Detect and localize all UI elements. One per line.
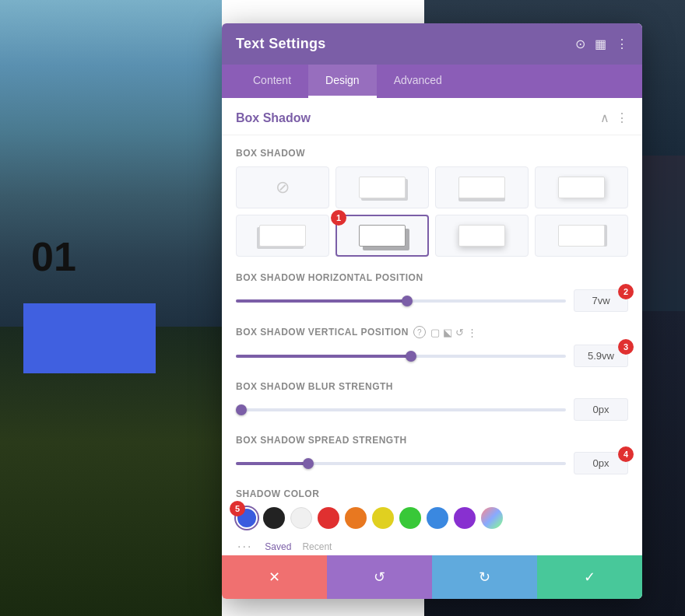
color-swatch-gradient[interactable] [481,507,503,529]
badge-4: 4 [618,446,634,462]
horizontal-slider-thumb[interactable] [402,296,413,306]
redo-icon: ↻ [479,569,490,586]
color-swatch-purple[interactable] [454,507,476,529]
horizontal-position-header: Box Shadow Horizontal Position [236,272,628,283]
undo-icon[interactable]: ↺ [455,327,464,338]
vertical-value[interactable]: 5.9vw 3 [574,345,628,367]
confirm-icon: ✓ [584,569,595,586]
color-swatches: 5 [236,507,628,529]
vertical-position-row: 5.9vw 3 [236,345,628,367]
spread-slider-track[interactable] [236,462,566,465]
shadow-color-section: Shadow Color 5 [236,488,628,552]
horizontal-position-label: Box Shadow Horizontal Position [236,272,423,283]
badge-2: 2 [618,284,634,299]
modal-header-icons: ⊙ ▦ ⋮ [575,37,628,51]
blur-value[interactable]: 0px [574,398,628,421]
more-icon[interactable]: ⋮ [616,37,628,51]
recent-tab[interactable]: Recent [302,541,332,552]
blue-square-decoration [23,303,156,373]
vertical-position-label: Box Shadow Vertical Position [236,327,409,338]
collapse-icon[interactable]: ∧ [600,110,609,125]
tab-design[interactable]: Design [308,65,377,98]
vertical-slider-thumb[interactable] [406,351,416,362]
shadow-preview [558,177,605,198]
redo-button[interactable]: ↻ [432,555,537,599]
shadow-preview [359,177,406,198]
color-swatch-green[interactable] [399,507,421,529]
shadow-preview [458,177,505,198]
help-icon[interactable]: ? [413,326,426,338]
shadow-preview [259,225,306,247]
blur-slider-thumb[interactable] [236,404,247,415]
undo-button[interactable]: ↺ [327,555,432,599]
modal-content: Box Shadow ⊘ [222,135,642,557]
spread-strength-label: Box Shadow Spread Strength [236,435,407,446]
vertical-slider-track[interactable] [236,355,566,358]
modal-footer: ✕ ↺ ↻ ✓ [222,555,642,599]
section-title: Box Shadow [236,111,311,125]
spread-strength-row: 0px 4 [236,452,628,474]
cancel-button[interactable]: ✕ [222,555,327,599]
cancel-icon: ✕ [269,569,280,586]
horizontal-slider-track[interactable] [236,299,566,303]
shadow-color-label: Shadow Color [236,488,628,499]
section-controls: ∧ ⋮ [600,110,628,125]
modal-title: Text Settings [236,36,326,52]
horizontal-value[interactable]: 7vw 2 [574,289,628,312]
vertical-position-section: Box Shadow Vertical Position ? ▢ ⬕ ↺ ⋮ [236,326,628,367]
color-swatch-yellow[interactable] [372,507,394,529]
color-swatch-red[interactable] [318,507,339,529]
color-swatch-black[interactable] [263,507,285,529]
cursor-icon[interactable]: ⬕ [443,327,452,338]
shadow-option-bl[interactable] [236,215,329,257]
color-swatch-white[interactable] [290,507,312,529]
shadow-option-none[interactable]: ⊘ [236,166,329,208]
vertical-position-icons: ▢ ⬕ ↺ ⋮ [430,327,477,338]
shadow-option-selected[interactable]: 1 [335,215,429,257]
modal-header: Text Settings ⊙ ▦ ⋮ [222,23,642,65]
blur-strength-row: 0px [236,398,628,421]
no-shadow-icon: ⊘ [276,177,290,198]
spread-slider-fill [236,462,308,465]
shadow-option-right[interactable] [335,166,429,208]
section-more-icon[interactable]: ⋮ [616,110,628,125]
modal-body: Box Shadow ∧ ⋮ Box Shadow ⊘ [222,98,642,557]
tab-advanced[interactable]: Advanced [377,65,459,98]
shadow-option-inner[interactable] [435,215,529,257]
spread-value[interactable]: 0px 4 [574,452,628,474]
saved-tab[interactable]: Saved [265,541,291,552]
confirm-button[interactable]: ✓ [537,555,642,599]
shadow-preview [558,225,605,247]
tab-content[interactable]: Content [236,65,308,98]
undo-icon: ↺ [374,569,385,586]
spread-slider-thumb[interactable] [303,458,314,469]
shadow-preview [359,225,406,247]
color-swatch-light-blue[interactable] [427,507,448,529]
blur-strength-label: Box Shadow Blur Strength [236,381,393,392]
shadow-option-full[interactable] [535,215,628,257]
overflow-icon[interactable]: ⋮ [467,327,477,338]
fullscreen-icon[interactable]: ⊙ [575,37,585,51]
blur-slider-track[interactable] [236,408,566,411]
blur-strength-header: Box Shadow Blur Strength [236,381,628,392]
spread-strength-header: Box Shadow Spread Strength [236,435,628,446]
spread-strength-section: Box Shadow Spread Strength 0px 4 [236,435,628,474]
color-tabs: Saved Recent [263,541,332,552]
badge-1: 1 [331,210,346,226]
shadow-option-soft[interactable] [535,166,628,208]
tab-bar: Content Design Advanced [222,65,642,98]
shadow-option-bottom[interactable] [435,166,529,208]
box-shadow-section-header: Box Shadow ∧ ⋮ [222,98,642,135]
color-swatch-orange[interactable] [345,507,367,529]
text-settings-modal: Text Settings ⊙ ▦ ⋮ Content Design Advan… [222,23,642,599]
device-icon[interactable]: ▢ [430,327,440,338]
slide-number: 01 [31,233,76,280]
horizontal-slider-fill [236,299,407,303]
shadow-option-grid: ⊘ [236,166,628,257]
blur-strength-section: Box Shadow Blur Strength 0px [236,381,628,421]
vertical-position-header: Box Shadow Vertical Position ? ▢ ⬕ ↺ ⋮ [236,326,628,338]
vertical-slider-fill [236,355,411,358]
active-swatch-wrap: 5 [236,507,258,529]
more-colors-button[interactable]: ... [237,537,252,551]
columns-icon[interactable]: ▦ [595,37,606,51]
